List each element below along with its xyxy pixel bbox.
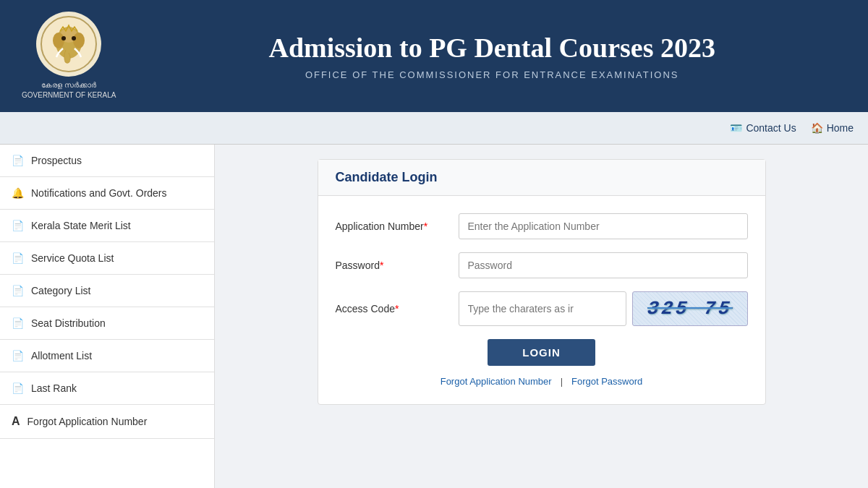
required-star-app: * — [424, 221, 427, 232]
sidebar-item-forgot-app[interactable]: A Forgot Application Number — [0, 405, 214, 439]
header: കേരള സർക്കാർ GOVERNMENT OF KERALA Admiss… — [0, 0, 868, 112]
password-row: Password* — [336, 252, 748, 278]
contact-icon: 🪪 — [730, 122, 742, 134]
home-icon: 🏠 — [811, 122, 823, 134]
document-icon: 📄 — [12, 155, 24, 166]
login-btn-row: LOGIN — [336, 339, 748, 366]
forgot-divider: | — [561, 376, 563, 387]
svg-point-5 — [61, 36, 66, 40]
access-code-input[interactable] — [459, 291, 626, 326]
sidebar: 📄 Prospectus 🔔 Notifications and Govt. O… — [0, 145, 215, 488]
document-icon-7: 📄 — [12, 382, 24, 394]
forgot-password-link[interactable]: Forgot Password — [571, 376, 642, 387]
forgot-links: Forgot Application Number | Forgot Passw… — [336, 376, 748, 387]
main-layout: 📄 Prospectus 🔔 Notifications and Govt. O… — [0, 145, 868, 488]
logo-area: കേരള സർക്കാർ GOVERNMENT OF KERALA — [22, 12, 116, 100]
document-icon-6: 📄 — [12, 350, 24, 361]
bell-icon: 🔔 — [12, 187, 24, 199]
app-number-label: Application Number* — [336, 221, 459, 232]
svg-point-3 — [53, 33, 64, 48]
required-star-pwd: * — [380, 260, 383, 271]
main-subtitle: OFFICE OF THE COMMISSIONER FOR ENTRANCE … — [137, 69, 846, 80]
contact-us-link[interactable]: 🪪 Contact Us — [730, 122, 796, 134]
sidebar-item-seat-distribution[interactable]: 📄 Seat Distribution — [0, 307, 214, 340]
forgot-app-link[interactable]: Forgot Application Number — [441, 376, 552, 387]
login-button[interactable]: LOGIN — [488, 339, 595, 366]
app-number-row: Application Number* — [336, 213, 748, 239]
sidebar-item-category-list[interactable]: 📄 Category List — [0, 275, 214, 307]
logo-emblem — [36, 12, 101, 77]
content-area: Candidate Login Application Number* Pass… — [215, 145, 868, 488]
sidebar-item-service-quota[interactable]: 📄 Service Quota List — [0, 242, 214, 275]
home-link[interactable]: 🏠 Home — [811, 122, 854, 134]
login-body: Application Number* Password* Access Cod… — [318, 196, 765, 404]
navbar: 🪪 Contact Us 🏠 Home — [0, 112, 868, 145]
document-icon-4: 📄 — [12, 285, 24, 296]
login-header: Candidate Login — [318, 160, 765, 196]
header-title: Admission to PG Dental Courses 2023 OFFI… — [137, 32, 846, 80]
captcha-image: 325 75 — [632, 291, 748, 326]
document-icon-3: 📄 — [12, 252, 24, 264]
sidebar-item-allotment-list[interactable]: 📄 Allotment List — [0, 340, 214, 372]
forgot-icon: A — [12, 415, 20, 428]
svg-point-6 — [72, 36, 76, 40]
access-code-row: Access Code* 325 75 — [336, 291, 748, 326]
sidebar-item-merit-list[interactable]: 📄 Kerala State Merit List — [0, 210, 214, 242]
password-label: Password* — [336, 260, 459, 271]
sidebar-item-notifications[interactable]: 🔔 Notifications and Govt. Orders — [0, 177, 214, 210]
access-code-inputs: 325 75 — [459, 291, 748, 326]
access-code-label: Access Code* — [336, 303, 459, 314]
document-icon-2: 📄 — [12, 220, 24, 231]
svg-point-4 — [73, 33, 85, 48]
sidebar-item-last-rank[interactable]: 📄 Last Rank — [0, 372, 214, 405]
login-title: Candidate Login — [336, 170, 748, 185]
sidebar-item-prospectus[interactable]: 📄 Prospectus — [0, 145, 214, 177]
password-input[interactable] — [459, 252, 748, 278]
main-title: Admission to PG Dental Courses 2023 — [137, 32, 846, 64]
logo-text: കേരള സർക്കാർ GOVERNMENT OF KERALA — [22, 80, 116, 100]
required-star-access: * — [395, 303, 399, 314]
login-box: Candidate Login Application Number* Pass… — [318, 159, 766, 405]
app-number-input[interactable] — [459, 213, 748, 239]
document-icon-5: 📄 — [12, 317, 24, 329]
